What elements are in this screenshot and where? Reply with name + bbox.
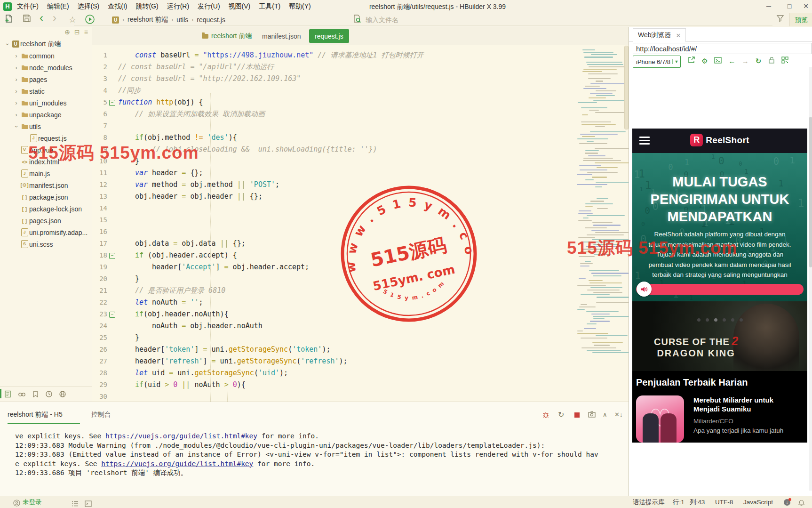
- preview-button[interactable]: 预览: [789, 13, 812, 26]
- sidebar-menu-icon[interactable]: ≡: [84, 28, 88, 36]
- search-view-icon[interactable]: [18, 391, 26, 398]
- carousel-dot[interactable]: [714, 318, 717, 322]
- screenshot-icon[interactable]: [588, 411, 596, 419]
- forward-icon[interactable]: ›: [53, 12, 56, 24]
- chevron-collapsed-icon[interactable]: ›: [13, 76, 20, 83]
- browser-tab[interactable]: Web浏览器 ✕: [633, 28, 686, 42]
- carousel-dot[interactable]: [697, 318, 701, 322]
- menu-item[interactable]: 发行(U): [198, 2, 220, 11]
- tree-item-uni.promisify.adap...[interactable]: Juni.promisify.adap...: [0, 226, 92, 238]
- menu-item[interactable]: 视图(V): [229, 2, 251, 11]
- editor-scrollbar[interactable]: [624, 46, 629, 129]
- menu-item[interactable]: 运行(R): [167, 2, 189, 11]
- fold-marker-icon[interactable]: −: [109, 312, 115, 318]
- close-button[interactable]: ✕: [800, 0, 812, 13]
- browser-tab-close-icon[interactable]: ✕: [676, 32, 681, 39]
- history-view-icon[interactable]: [45, 390, 53, 398]
- console-link[interactable]: https://vuejs.org/guide/list.html#key: [101, 460, 253, 468]
- console-tab-terminal[interactable]: 控制台: [91, 409, 111, 420]
- tree-item-manifest.json[interactable]: [⚙]manifest.json: [0, 179, 92, 191]
- chevron-collapsed-icon[interactable]: ›: [13, 65, 20, 71]
- fold-marker-icon[interactable]: −: [109, 100, 115, 106]
- search-input[interactable]: [365, 14, 696, 25]
- tree-item-utils[interactable]: ›utils: [0, 121, 92, 132]
- debug-bug-icon[interactable]: [542, 411, 549, 420]
- menu-item[interactable]: 编辑(E): [47, 2, 69, 11]
- carousel-dot[interactable]: [723, 318, 726, 322]
- update-icon[interactable]: ↓: [784, 499, 790, 506]
- list-item[interactable]: ♡ Merebut Miliarder untuk Menjadi Suamik…: [636, 395, 805, 443]
- carousel-dot[interactable]: [706, 318, 709, 322]
- console-link[interactable]: https://vuejs.org/guide/list.html#key: [105, 432, 257, 440]
- breadcrumb-item[interactable]: request.js: [197, 16, 225, 24]
- filter-funnel-icon[interactable]: [776, 14, 784, 25]
- menu-item[interactable]: 选择(S): [78, 2, 100, 11]
- nav-forward-icon[interactable]: →: [740, 56, 750, 67]
- language-label[interactable]: JavaScript: [743, 496, 773, 508]
- movie-poster-carousel[interactable]: CURSE OF THE 2 DRAGON KING: [632, 301, 807, 371]
- settings-gear-icon[interactable]: ⚙: [700, 56, 710, 67]
- bell-icon[interactable]: [798, 499, 805, 508]
- breadcrumb-item[interactable]: utils: [176, 16, 188, 24]
- stop-icon[interactable]: [574, 411, 580, 419]
- marker-view-icon[interactable]: [32, 391, 39, 398]
- menu-item[interactable]: 查找(I): [108, 2, 127, 11]
- nav-back-icon[interactable]: ←: [727, 56, 737, 67]
- refresh-icon[interactable]: ↻: [753, 56, 764, 67]
- tree-item-pages.json[interactable]: [ ]pages.json: [0, 215, 92, 226]
- carousel-dots[interactable]: [632, 318, 807, 322]
- tree-item-package-lock.json[interactable]: [ ]package-lock.json: [0, 203, 92, 215]
- chevron-collapsed-icon[interactable]: ›: [13, 53, 20, 59]
- web-view-icon[interactable]: [59, 390, 66, 398]
- carousel-dot[interactable]: [731, 318, 734, 322]
- tree-item-reelshort-[interactable]: ›Ureelshort 前端: [0, 38, 92, 50]
- menu-item[interactable]: 跳转(G): [135, 2, 158, 11]
- restart-icon[interactable]: ↻: [558, 411, 564, 419]
- device-select[interactable]: iPhone 6/7/8 ▼: [633, 56, 681, 68]
- outline-list-icon[interactable]: [72, 499, 79, 508]
- console-tab-h5[interactable]: reelshort 前端 - H5: [8, 409, 63, 420]
- devtools-console-icon[interactable]: [713, 56, 723, 67]
- maximize-button[interactable]: □: [779, 0, 800, 13]
- breadcrumb-item[interactable]: reelshort 前端: [127, 16, 168, 24]
- url-input[interactable]: [633, 43, 812, 54]
- qr-code-icon[interactable]: [780, 56, 790, 67]
- back-icon[interactable]: ‹: [40, 12, 43, 24]
- open-external-icon[interactable]: [686, 56, 697, 67]
- run-icon[interactable]: [85, 14, 95, 25]
- editor-tab-request.js[interactable]: request.js: [309, 29, 349, 43]
- syntax-lib-label[interactable]: 语法提示库: [633, 496, 665, 508]
- chevron-collapsed-icon[interactable]: ›: [13, 100, 20, 106]
- unlock-icon[interactable]: [766, 56, 777, 67]
- minimize-button[interactable]: ─: [758, 0, 779, 13]
- cursor-col-label[interactable]: 列:43: [690, 496, 705, 508]
- promo-banner[interactable]: 0001110011101101100011111010110101100011…: [632, 153, 807, 301]
- fold-marker-icon[interactable]: −: [109, 253, 115, 259]
- tree-item-common[interactable]: ›common: [0, 50, 92, 62]
- tree-item-uni.scss[interactable]: Suni.scss: [0, 238, 92, 250]
- tree-item-unpackage[interactable]: ›unpackage: [0, 109, 92, 121]
- tree-item-uni-modules[interactable]: ›uni_modules: [0, 97, 92, 109]
- collapse-all-icon[interactable]: ⊟: [74, 28, 80, 36]
- save-icon[interactable]: [23, 14, 31, 25]
- menu-item[interactable]: 文件(F): [17, 2, 39, 11]
- terminal-icon[interactable]: [85, 499, 92, 508]
- tree-item-main.js[interactable]: Jmain.js: [0, 168, 92, 179]
- bookmark-star-icon[interactable]: ☆: [69, 14, 76, 25]
- tree-item-pages[interactable]: ›pages: [0, 73, 92, 85]
- chevron-collapsed-icon[interactable]: ›: [13, 88, 20, 95]
- encoding-label[interactable]: UTF-8: [715, 496, 733, 508]
- locate-file-icon[interactable]: ⊕: [64, 28, 70, 36]
- login-status[interactable]: 未登录: [23, 496, 42, 508]
- chevron-collapsed-icon[interactable]: ›: [13, 112, 20, 118]
- carousel-dot[interactable]: [740, 318, 743, 322]
- chevron-expanded-icon[interactable]: ›: [4, 40, 11, 48]
- collapse-panel-icon[interactable]: ∧: [603, 411, 607, 419]
- cursor-line-label[interactable]: 行:1: [673, 496, 685, 508]
- new-file-icon[interactable]: [5, 14, 13, 25]
- menu-item[interactable]: 工具(T): [259, 2, 280, 11]
- clear-console-icon[interactable]: ✕↓: [614, 411, 622, 419]
- editor-tab-reelshort-[interactable]: reelshort 前端: [196, 29, 257, 43]
- sound-icon[interactable]: [637, 282, 652, 297]
- tree-item-static[interactable]: ›static: [0, 85, 92, 97]
